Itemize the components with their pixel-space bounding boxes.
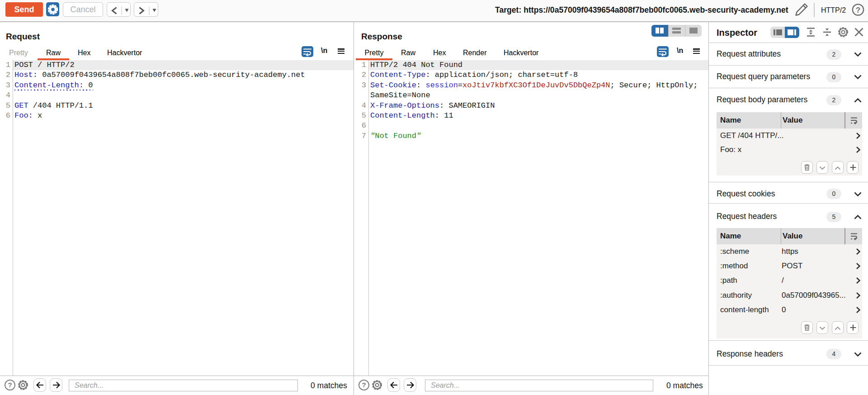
svg-text:?: ? bbox=[8, 381, 12, 389]
svg-text:?: ? bbox=[856, 6, 860, 14]
svg-text:?: ? bbox=[362, 381, 366, 389]
